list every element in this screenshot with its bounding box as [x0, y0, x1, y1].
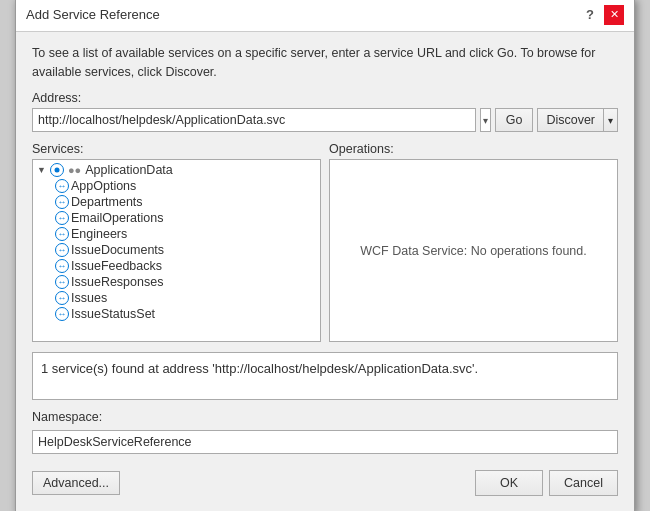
service-sub-icon: ↔: [55, 195, 69, 209]
service-sub-icon: ↔: [55, 275, 69, 289]
operations-panel: Operations: WCF Data Service: No operati…: [329, 142, 618, 342]
dialog-body: To see a list of available services on a…: [16, 32, 634, 511]
list-item[interactable]: ↔ IssueResponses: [33, 274, 320, 290]
services-panel: Services: ▼ ●● ApplicationData: [32, 142, 321, 342]
cancel-button[interactable]: Cancel: [549, 470, 618, 496]
list-item[interactable]: ▼ ●● ApplicationData: [33, 162, 320, 178]
add-service-reference-dialog: Add Service Reference ? ✕ To see a list …: [15, 0, 635, 511]
go-button[interactable]: Go: [495, 108, 534, 132]
address-row: Go Discover ▾: [32, 108, 618, 132]
service-sub-icon: ↔: [55, 227, 69, 241]
address-label: Address:: [32, 91, 618, 105]
service-item-name: Issues: [71, 291, 107, 305]
info-text: To see a list of available services on a…: [32, 44, 618, 82]
discover-button-group: Discover ▾: [537, 108, 618, 132]
service-item-name: IssueResponses: [71, 275, 163, 289]
close-button[interactable]: ✕: [604, 5, 624, 25]
title-bar: Add Service Reference ? ✕: [16, 0, 634, 32]
services-panel-content: ▼ ●● ApplicationData ↔ AppOptions: [32, 159, 321, 342]
service-sub-icon: ↔: [55, 307, 69, 321]
discover-arrow-button[interactable]: ▾: [603, 108, 618, 132]
list-item[interactable]: ↔ EmailOperations: [33, 210, 320, 226]
address-dropdown-arrow[interactable]: [480, 108, 491, 132]
status-box: 1 service(s) found at address 'http://lo…: [32, 352, 618, 400]
service-root-icon: [50, 163, 64, 177]
help-button[interactable]: ?: [580, 5, 600, 25]
list-item[interactable]: ↔ AppOptions: [33, 178, 320, 194]
service-type-label: ●●: [68, 164, 81, 176]
namespace-section: Namespace:: [32, 410, 618, 454]
service-sub-icon: ↔: [55, 211, 69, 225]
title-bar-right: ? ✕: [580, 5, 624, 25]
service-sub-icon: ↔: [55, 179, 69, 193]
list-item[interactable]: ↔ Engineers: [33, 226, 320, 242]
discover-main-button[interactable]: Discover: [537, 108, 603, 132]
expand-icon: ▼: [37, 165, 46, 175]
panels-row: Services: ▼ ●● ApplicationData: [32, 142, 618, 342]
operations-panel-content: WCF Data Service: No operations found.: [329, 159, 618, 342]
address-section: Address: Go Discover ▾: [32, 91, 618, 132]
service-item-name: AppOptions: [71, 179, 136, 193]
service-sub-icon: ↔: [55, 243, 69, 257]
advanced-button[interactable]: Advanced...: [32, 471, 120, 495]
list-item[interactable]: ↔ IssueStatusSet: [33, 306, 320, 322]
bottom-row: Advanced... OK Cancel: [32, 464, 618, 500]
operations-label: Operations:: [329, 142, 618, 156]
namespace-label: Namespace:: [32, 410, 618, 424]
list-item[interactable]: ↔ IssueDocuments: [33, 242, 320, 258]
list-item[interactable]: ↔ Departments: [33, 194, 320, 210]
services-label: Services:: [32, 142, 321, 156]
dialog-title: Add Service Reference: [26, 7, 160, 22]
ok-button[interactable]: OK: [475, 470, 543, 496]
status-text: 1 service(s) found at address 'http://lo…: [41, 361, 478, 376]
service-sub-icon: ↔: [55, 259, 69, 273]
list-item[interactable]: ↔ Issues: [33, 290, 320, 306]
title-bar-left: Add Service Reference: [26, 7, 160, 22]
service-item-name: EmailOperations: [71, 211, 163, 225]
operations-empty-text: WCF Data Service: No operations found.: [330, 160, 617, 341]
service-sub-icon: ↔: [55, 291, 69, 305]
service-item-name: IssueFeedbacks: [71, 259, 162, 273]
services-list[interactable]: ▼ ●● ApplicationData ↔ AppOptions: [33, 160, 320, 341]
service-item-name: Departments: [71, 195, 143, 209]
service-item-name: ApplicationData: [85, 163, 173, 177]
address-input[interactable]: [32, 108, 476, 132]
list-item[interactable]: ↔ IssueFeedbacks: [33, 258, 320, 274]
service-item-name: IssueStatusSet: [71, 307, 155, 321]
service-item-name: IssueDocuments: [71, 243, 164, 257]
service-item-name: Engineers: [71, 227, 127, 241]
bottom-right-buttons: OK Cancel: [475, 470, 618, 496]
namespace-input[interactable]: [32, 430, 618, 454]
